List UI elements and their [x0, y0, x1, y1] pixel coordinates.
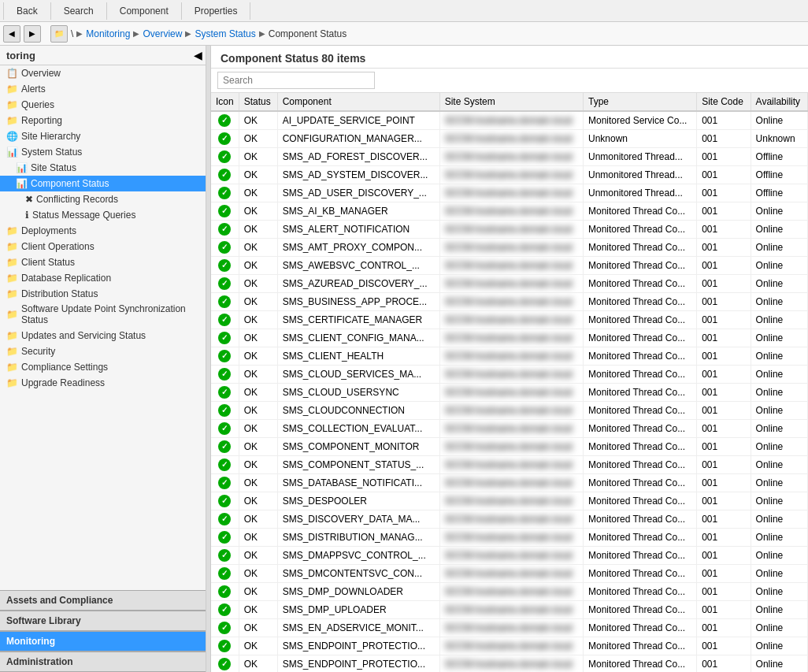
breadcrumb-root[interactable]: \	[71, 28, 73, 39]
table-row[interactable]: ✓OKSMS_DISCOVERY_DATA_MA...SCCM.hostname…	[211, 510, 808, 529]
cell-type: Monitored Thread Co...	[584, 293, 697, 311]
sidebar-item-distribution-status[interactable]: 📁 Distribution Status	[0, 286, 206, 302]
cell-type: Monitored Thread Co...	[584, 275, 697, 293]
sidebar-item-status-message-queries[interactable]: ℹ Status Message Queries	[0, 207, 206, 223]
table-row[interactable]: ✓OKSMS_CLIENT_CONFIG_MANA...SCCM.hostnam…	[211, 329, 808, 347]
col-site-system[interactable]: Site System	[439, 93, 583, 111]
cell-type: Monitored Thread Co...	[584, 366, 697, 384]
section-assets-compliance[interactable]: Assets and Compliance	[0, 590, 206, 611]
table-row[interactable]: ✓OKSMS_CLOUDCONNECTIONSCCM.hostname.doma…	[211, 402, 808, 420]
sidebar-item-overview[interactable]: 📋 Overview	[0, 65, 206, 81]
breadcrumb-overview[interactable]: Overview	[143, 28, 182, 39]
col-type[interactable]: Type	[584, 93, 697, 111]
table-row[interactable]: ✓OKSMS_AD_USER_DISCOVERY_...SCCM.hostnam…	[211, 184, 808, 202]
table-row[interactable]: ✓OKSMS_COMPONENT_MONITORSCCM.hostname.do…	[211, 438, 808, 456]
section-monitoring[interactable]: Monitoring	[0, 631, 206, 652]
blurred-site-system: SCCM.hostname.domain.local	[445, 622, 573, 633]
nav-folder-btn[interactable]: 📁	[50, 25, 68, 43]
table-row[interactable]: ✓OKSMS_AZUREAD_DISCOVERY_...SCCM.hostnam…	[211, 275, 808, 293]
sidebar-item-component-status[interactable]: 📊 Component Status	[0, 176, 206, 191]
tab-search[interactable]: Search	[51, 2, 107, 20]
table-row[interactable]: ✓OKSMS_DMP_UPLOADERSCCM.hostname.domain.…	[211, 601, 808, 619]
section-administration[interactable]: Administration	[0, 652, 206, 672]
sidebar-item-client-status[interactable]: 📁 Client Status	[0, 254, 206, 270]
breadcrumb-system-status[interactable]: System Status	[195, 28, 255, 39]
cell-availability: Online	[751, 293, 807, 311]
table-row[interactable]: ✓OKAI_UPDATE_SERVICE_POINTSCCM.hostname.…	[211, 111, 808, 130]
table-row[interactable]: ✓OKSMS_AD_FOREST_DISCOVER...SCCM.hostnam…	[211, 148, 808, 166]
sidebar-item-security[interactable]: 📁 Security	[0, 343, 206, 359]
sidebar-item-updates-servicing[interactable]: 📁 Updates and Servicing Status	[0, 328, 206, 343]
sidebar-item-conflicting-records[interactable]: ✖ Conflicting Records	[0, 191, 206, 207]
sidebar-collapse-btn[interactable]: ◀	[194, 49, 202, 61]
folder-icon: 📁	[6, 288, 18, 299]
col-availability[interactable]: Availability	[751, 93, 807, 111]
table-row[interactable]: ✓OKSMS_BUSINESS_APP_PROCE...SCCM.hostnam…	[211, 293, 808, 311]
sidebar-item-database-replication[interactable]: 📁 Database Replication	[0, 270, 206, 286]
tab-properties[interactable]: Properties	[182, 2, 251, 20]
nav-back-btn[interactable]: ◀	[3, 25, 20, 43]
cell-site-code: 001	[697, 202, 751, 221]
table-row[interactable]: ✓OKSMS_CLOUD_USERSYNCSCCM.hostname.domai…	[211, 384, 808, 402]
cell-site-system: SCCM.hostname.domain.local	[439, 166, 583, 184]
table-row[interactable]: ✓OKCONFIGURATION_MANAGER...SCCM.hostname…	[211, 130, 808, 148]
col-site-code[interactable]: Site Code	[697, 93, 751, 111]
table-row[interactable]: ✓OKSMS_EN_ADSERVICE_MONIT...SCCM.hostnam…	[211, 619, 808, 637]
table-row[interactable]: ✓OKSMS_AWEBSVC_CONTROL_...SCCM.hostname.…	[211, 257, 808, 275]
table-row[interactable]: ✓OKSMS_DMAPPSVC_CONTROL_...SCCM.hostname…	[211, 547, 808, 565]
table-row[interactable]: ✓OKSMS_AMT_PROXY_COMPON...SCCM.hostname.…	[211, 239, 808, 257]
sidebar-item-label: Security	[21, 346, 55, 357]
sidebar-item-reporting[interactable]: 📁 Reporting	[0, 113, 206, 128]
green-check-icon: ✓	[218, 531, 231, 544]
breadcrumb-monitoring[interactable]: Monitoring	[86, 28, 130, 39]
col-icon[interactable]: Icon	[211, 93, 239, 111]
sidebar-item-site-hierarchy[interactable]: 🌐 Site Hierarchy	[0, 128, 206, 144]
cell-availability: Online	[751, 275, 807, 293]
sidebar-item-system-status[interactable]: 📊 System Status	[0, 144, 206, 160]
table-row[interactable]: ✓OKSMS_AI_KB_MANAGERSCCM.hostname.domain…	[211, 202, 808, 221]
cell-icon: ✓	[211, 184, 239, 202]
search-input[interactable]	[217, 72, 375, 89]
table-row[interactable]: ✓OKSMS_DMCONTENTSVC_CON...SCCM.hostname.…	[211, 565, 808, 583]
cell-availability: Online	[751, 402, 807, 420]
green-check-icon: ✓	[218, 567, 231, 580]
cell-site-code: 001	[697, 492, 751, 510]
table-row[interactable]: ✓OKSMS_DATABASE_NOTIFICATI...SCCM.hostna…	[211, 474, 808, 492]
table-row[interactable]: ✓OKSMS_ALERT_NOTIFICATIONSCCM.hostname.d…	[211, 221, 808, 239]
sidebar-item-site-status[interactable]: 📊 Site Status	[0, 160, 206, 176]
sidebar-item-client-operations[interactable]: 📁 Client Operations	[0, 239, 206, 254]
cell-availability: Online	[751, 420, 807, 438]
cell-type: Monitored Thread Co...	[584, 329, 697, 347]
col-status[interactable]: Status	[239, 93, 277, 111]
table-row[interactable]: ✓OKSMS_ENDPOINT_PROTECTIO...SCCM.hostnam…	[211, 655, 808, 673]
sidebar-item-compliance-settings[interactable]: 📁 Compliance Settings	[0, 359, 206, 375]
table-row[interactable]: ✓OKSMS_AD_SYSTEM_DISCOVER...SCCM.hostnam…	[211, 166, 808, 184]
table-row[interactable]: ✓OKSMS_COMPONENT_STATUS_...SCCM.hostname…	[211, 456, 808, 474]
table-row[interactable]: ✓OKSMS_DMP_DOWNLOADERSCCM.hostname.domai…	[211, 583, 808, 601]
cell-status: OK	[239, 655, 277, 673]
sidebar-item-alerts[interactable]: 📁 Alerts	[0, 81, 206, 97]
tab-back[interactable]: Back	[3, 2, 51, 20]
table-row[interactable]: ✓OKSMS_CERTIFICATE_MANAGERSCCM.hostname.…	[211, 311, 808, 329]
nav-forward-btn[interactable]: ▶	[24, 25, 41, 43]
table-row[interactable]: ✓OKSMS_CLIENT_HEALTHSCCM.hostname.domain…	[211, 347, 808, 366]
cell-site-code: 001	[697, 366, 751, 384]
col-component[interactable]: Component	[277, 93, 439, 111]
tab-component[interactable]: Component	[107, 2, 182, 20]
table-row[interactable]: ✓OKSMS_CLOUD_SERVICES_MA...SCCM.hostname…	[211, 366, 808, 384]
table-row[interactable]: ✓OKSMS_DISTRIBUTION_MANAG...SCCM.hostnam…	[211, 529, 808, 547]
table-row[interactable]: ✓OKSMS_DESPOOLERSCCM.hostname.domain.loc…	[211, 492, 808, 510]
table-row[interactable]: ✓OKSMS_ENDPOINT_PROTECTIO...SCCM.hostnam…	[211, 637, 808, 655]
table-row[interactable]: ✓OKSMS_COLLECTION_EVALUAT...SCCM.hostnam…	[211, 420, 808, 438]
blurred-site-system: SCCM.hostname.domain.local	[445, 332, 573, 343]
sidebar-item-sup-sync-status[interactable]: 📁 Software Update Point Synchronization …	[0, 302, 206, 328]
section-software-library[interactable]: Software Library	[0, 611, 206, 631]
cell-availability: Online	[751, 111, 807, 130]
cell-status: OK	[239, 619, 277, 637]
sidebar-item-queries[interactable]: 📁 Queries	[0, 97, 206, 113]
cell-site-code: 001	[697, 293, 751, 311]
sidebar-item-deployments[interactable]: 📁 Deployments	[0, 223, 206, 239]
cell-status: OK	[239, 547, 277, 565]
sidebar-item-upgrade-readiness[interactable]: 📁 Upgrade Readiness	[0, 375, 206, 391]
cell-component: SMS_DISTRIBUTION_MANAG...	[277, 529, 439, 547]
